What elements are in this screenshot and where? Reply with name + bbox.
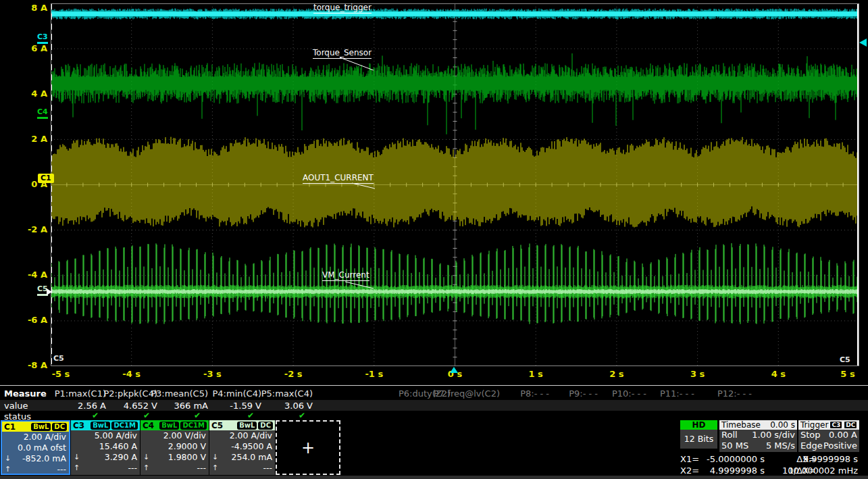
timebase-mode: Roll bbox=[721, 430, 738, 440]
channel-scale-value: 5.00 A/div bbox=[71, 430, 140, 441]
x-axis-label: -3 s bbox=[192, 369, 232, 379]
trace-core-torque_trigger bbox=[51, 11, 859, 16]
y-axis-label: -2 A bbox=[0, 224, 47, 234]
trigger-box[interactable]: Trigger C3 DC Stop 0.00 A Edge Positive bbox=[798, 420, 859, 452]
bandwidth-limit-badge: BwL bbox=[31, 423, 51, 431]
trace-label-torque_trigger[interactable]: torque_trigger bbox=[313, 3, 372, 14]
timebase-scale: 1.00 s/div bbox=[752, 430, 795, 440]
up-arrow-icon: ↑ bbox=[5, 464, 11, 475]
channel-scale-value: 2.00 V/div bbox=[141, 430, 209, 441]
measure-param-12-label[interactable]: P12:- - - bbox=[644, 388, 752, 399]
x-axis-label: 3 s bbox=[678, 369, 718, 379]
waveform-grid[interactable] bbox=[51, 3, 859, 366]
channel-badges: BwLDC bbox=[237, 422, 273, 430]
channel-marker-C4[interactable]: C4 bbox=[37, 108, 48, 119]
channel-max-row: ↑--- bbox=[209, 463, 275, 474]
trigger-source-badge: C3 bbox=[829, 421, 842, 429]
x-axis-label: 5 s bbox=[827, 369, 868, 379]
cursor-readout-x1: X1= -5.0000000 s ΔX= 9.9999998 s bbox=[680, 454, 860, 465]
channel-min-row: ↓1.9800 V bbox=[141, 452, 209, 463]
x1-value: -5.0000000 s bbox=[697, 454, 765, 464]
trigger-title: Trigger bbox=[800, 420, 828, 430]
y-axis-label: -4 A bbox=[0, 270, 47, 280]
channel-marker-C1[interactable]: C1 bbox=[38, 174, 54, 183]
hd-mode-box[interactable]: HD 12 Bits bbox=[680, 420, 717, 449]
waveform-plot-area[interactable]: 8 A6 A4 A2 A0 A-2 A-4 A-6 A-8 A -5 s-4 s… bbox=[0, 0, 868, 385]
channel-offset-value: 2.9000 V bbox=[141, 441, 209, 452]
y-axis-label: 2 A bbox=[0, 134, 47, 144]
channel-marker-C3[interactable]: C3 bbox=[37, 33, 48, 44]
trigger-level-marker[interactable] bbox=[859, 39, 867, 47]
trigger-mode: Stop bbox=[800, 430, 821, 440]
bandwidth-limit-badge: BwL bbox=[91, 422, 110, 430]
channel-min-value: 254.0 mA bbox=[232, 452, 273, 463]
trigger-level: 0.00 A bbox=[829, 430, 857, 440]
channel-max-value: --- bbox=[263, 463, 272, 474]
coupling-badge: DC1M bbox=[180, 422, 207, 430]
channel-max-value: --- bbox=[197, 463, 206, 474]
c5-offset-arrow-icon bbox=[47, 288, 52, 295]
channel-box-C5[interactable]: C5BwLDC2.00 A/div-4.9500 A↓254.0 mA↑--- bbox=[209, 420, 275, 475]
down-arrow-icon: ↓ bbox=[143, 452, 149, 463]
timebase-box[interactable]: Timebase 0.00 s Roll 1.00 s/div 50 MS 5 … bbox=[719, 420, 797, 452]
hd-bits-value: 12 Bits bbox=[680, 430, 717, 448]
channel-box-C1[interactable]: C1BwLDC2.00 A/div0.0 mA ofst↓-852.0 mA↑-… bbox=[1, 420, 70, 475]
descriptor-bar: C1BwLDC2.00 A/div0.0 mA ofst↓-852.0 mA↑-… bbox=[0, 420, 868, 476]
trace-label-AOUT1_CURRENT[interactable]: AOUT1_CURRENT bbox=[303, 174, 374, 184]
channel-box-C4[interactable]: C4BwLDC1M2.00 V/div2.9000 V↓1.9800 V↑--- bbox=[141, 420, 209, 475]
measure-param-5-label[interactable]: P5:max(C4) bbox=[205, 388, 313, 399]
x-axis-label: -4 s bbox=[111, 369, 152, 379]
add-trace-button[interactable]: + bbox=[276, 420, 340, 475]
trigger-kind: Edge bbox=[800, 440, 823, 451]
y-axis-label: 4 A bbox=[0, 89, 47, 99]
channel-min-row: ↓254.0 mA bbox=[209, 452, 275, 463]
x-axis-label: 4 s bbox=[758, 369, 798, 379]
bandwidth-limit-badge: BwL bbox=[159, 422, 179, 430]
channel-id-label: C4 bbox=[143, 421, 154, 430]
channel-max-value: --- bbox=[57, 464, 66, 475]
channel-min-row: ↓3.290 A bbox=[71, 452, 140, 463]
y-axis-label: 6 A bbox=[0, 43, 47, 53]
channel-max-row: ↑--- bbox=[141, 463, 209, 474]
channel-badges: BwLDC bbox=[31, 423, 67, 431]
invdx-value: 100.000002 mHz bbox=[782, 465, 858, 476]
trigger-time-marker[interactable] bbox=[450, 367, 458, 373]
trigger-coupling-badge: DC bbox=[844, 421, 857, 429]
measure-param-4-status-check-icon: ✔ bbox=[240, 411, 261, 420]
x-axis-label: -2 s bbox=[273, 369, 313, 379]
y-axis-label: -6 A bbox=[0, 315, 47, 325]
channel-box-header-C1[interactable]: C1BwLDC bbox=[2, 422, 69, 432]
channel-box-C3[interactable]: C3BwLDC1M5.00 A/div15.460 A↓3.290 A↑--- bbox=[71, 420, 140, 475]
x2-label: X2= bbox=[680, 465, 699, 476]
measure-param-2-status-check-icon: ✔ bbox=[136, 411, 157, 420]
hd-mode-title: HD bbox=[680, 420, 717, 430]
y-axis-label: 8 A bbox=[0, 3, 47, 13]
down-arrow-icon: ↓ bbox=[74, 452, 80, 463]
coupling-badge: DC1M bbox=[111, 422, 138, 430]
oscilloscope-screen: 8 A6 A4 A2 A0 A-2 A-4 A-6 A-8 A -5 s-4 s… bbox=[0, 0, 868, 479]
channel-badges: BwLDC1M bbox=[91, 422, 138, 430]
bottom-edge-strip bbox=[0, 476, 868, 479]
down-arrow-icon: ↓ bbox=[5, 453, 11, 464]
channel-box-header-C3[interactable]: C3BwLDC1M bbox=[71, 420, 140, 430]
measure-param-3-status-check-icon: ✔ bbox=[187, 411, 207, 420]
x-axis-label: 1 s bbox=[515, 369, 556, 379]
grid-label-bottom-right: C5 bbox=[840, 355, 850, 364]
up-arrow-icon: ↑ bbox=[74, 463, 80, 474]
channel-box-header-C5[interactable]: C5BwLDC bbox=[209, 420, 275, 430]
channel-max-row: ↑--- bbox=[2, 464, 69, 475]
channel-scale-value: 2.00 A/div bbox=[2, 432, 69, 443]
trace-label-VM_Current[interactable]: VM_Current bbox=[322, 271, 369, 281]
timebase-offset: 0.00 s bbox=[770, 420, 795, 430]
plus-icon: + bbox=[301, 438, 315, 457]
trace-label-Torque_Sensor[interactable]: Torque_Sensor bbox=[313, 49, 372, 59]
timebase-title: Timebase bbox=[721, 420, 761, 430]
up-arrow-icon: ↑ bbox=[143, 463, 149, 474]
bandwidth-limit-badge: BwL bbox=[237, 422, 257, 430]
grid-label-bottom-left: C5 bbox=[53, 354, 64, 363]
channel-id-label: C3 bbox=[73, 421, 84, 430]
x-axis-label: 2 s bbox=[596, 369, 637, 379]
channel-box-header-C4[interactable]: C4BwLDC1M bbox=[141, 420, 209, 430]
x1-label: X1= bbox=[680, 454, 699, 464]
timebase-sample-rate: 5 MS/s bbox=[766, 440, 795, 451]
